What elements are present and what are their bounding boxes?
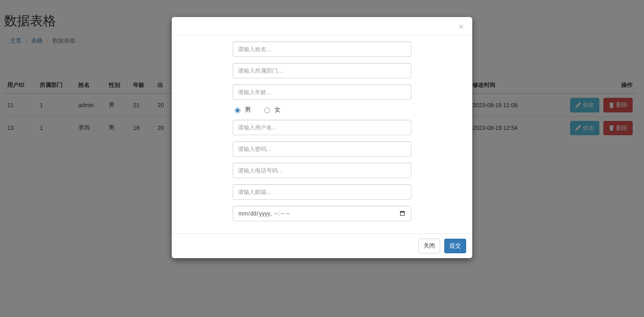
password-input[interactable] (233, 141, 411, 147)
sex-female-label[interactable]: 女 (274, 106, 281, 114)
sex-female-radio[interactable] (264, 108, 270, 113)
close-icon[interactable]: × (456, 22, 466, 32)
sex-male-radio[interactable] (235, 108, 240, 113)
sex-male-label[interactable]: 男 (245, 106, 251, 114)
modal-header: × (172, 17, 472, 35)
dept-input[interactable] (233, 63, 411, 78)
add-user-modal: × 男 女 (172, 17, 472, 147)
modal-body: 男 女 (172, 35, 472, 147)
username-input[interactable] (233, 120, 411, 135)
name-input[interactable] (233, 41, 411, 57)
age-input[interactable] (233, 84, 411, 100)
